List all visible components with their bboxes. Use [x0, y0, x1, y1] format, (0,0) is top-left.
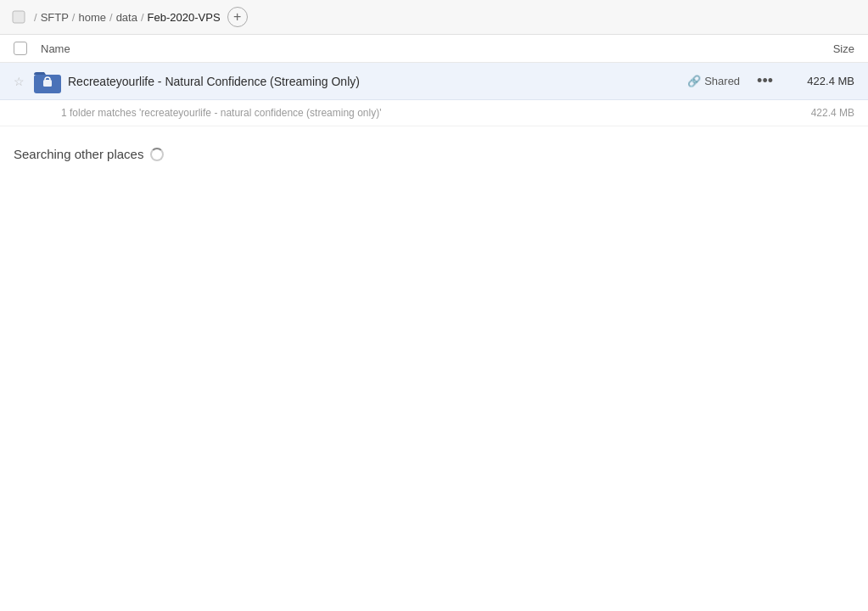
breadcrumb-sep-0: /: [34, 11, 37, 24]
breadcrumb-bar: / SFTP / home / data / Feb-2020-VPS +: [0, 0, 868, 35]
shared-label: Shared: [704, 75, 740, 87]
match-info-text: 1 folder matches 'recreateyourlife - nat…: [61, 107, 381, 119]
shared-badge: 🔗 Shared: [687, 75, 740, 87]
file-size: 422.4 MB: [787, 75, 854, 87]
breadcrumb-home-icon[interactable]: [10, 8, 27, 25]
column-name-header: Name: [41, 42, 770, 55]
breadcrumb-sep-2: /: [109, 11, 113, 24]
breadcrumb-item-sftp[interactable]: SFTP: [41, 11, 69, 24]
column-header: Name Size: [0, 35, 868, 63]
searching-section: Searching other places: [0, 126, 868, 182]
select-all-checkbox-container[interactable]: [14, 42, 41, 55]
searching-spinner: [150, 148, 164, 161]
breadcrumb-item-feb2020vps[interactable]: Feb-2020-VPS: [148, 11, 221, 24]
star-icon[interactable]: ☆: [14, 75, 34, 88]
match-info-row: 1 folder matches 'recreateyourlife - nat…: [0, 100, 868, 126]
breadcrumb-sep-1: /: [72, 11, 76, 24]
match-info-size: 422.4 MB: [811, 107, 854, 119]
searching-label: Searching other places: [14, 147, 143, 161]
breadcrumb-item-home[interactable]: home: [78, 11, 106, 24]
file-name: Recreateyourlife - Natural Confidence (S…: [68, 75, 687, 88]
more-options-button[interactable]: •••: [750, 72, 780, 90]
add-tab-button[interactable]: +: [227, 7, 248, 27]
svg-rect-0: [13, 11, 25, 23]
svg-rect-2: [43, 80, 52, 87]
column-size-header: Size: [770, 42, 854, 55]
breadcrumb-sep-3: /: [141, 11, 144, 24]
select-all-checkbox[interactable]: [14, 42, 27, 55]
file-row[interactable]: ☆ Recreateyourlife - Natural Confidence …: [0, 63, 868, 100]
link-icon: 🔗: [687, 75, 701, 87]
folder-icon: [34, 68, 61, 95]
breadcrumb-item-data[interactable]: data: [116, 11, 137, 24]
